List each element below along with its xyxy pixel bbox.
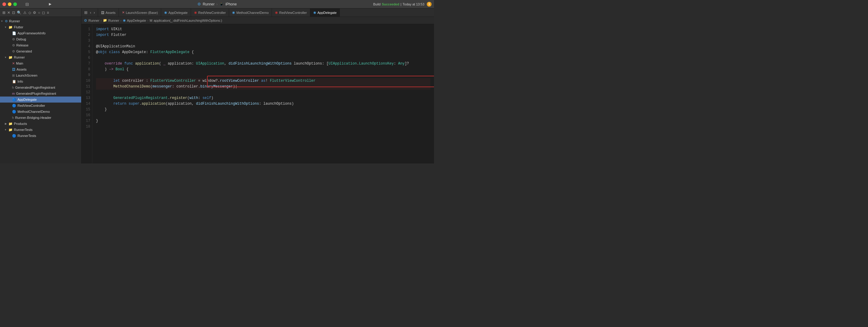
play-button[interactable]: ▶ [47,1,53,7]
code-line-18 [96,124,430,130]
breadcrumb-sep-3: › [147,19,149,22]
titlebar-center: ⚙ Runner › 📱 iPhone [197,2,237,6]
sidebar-item-info[interactable]: 📋 Info [0,78,81,85]
breadcrumb-sep-1: › [100,19,102,22]
tab-redviewcontroller-1[interactable]: ◉ RedViewController [191,8,229,17]
tab-appdelegate-2[interactable]: ◉ AppDelegate [310,8,340,17]
sidebar-icon-2[interactable]: ✕ [7,10,10,15]
code-line-9 [96,72,430,78]
grid-view-button[interactable]: ⊞ [83,10,88,15]
sidebar-item-main[interactable]: ✕ Main [0,60,81,66]
methodchannel-tab-icon: ◉ [232,10,235,14]
breadcrumb: ⚙ Runner › 📁 Runner › ◉ AppDelegate › M … [82,17,434,24]
appdelegate1-tab-icon: ◉ [164,10,167,14]
code-line-2: import Flutter [96,32,430,38]
redview2-tab-icon: ◉ [275,10,278,14]
code-line-7: override func application( _ application… [96,61,430,67]
sidebar-item-appdelegate[interactable]: 🔵 AppDelegate [0,97,81,103]
sidebar-item-runner-group[interactable]: ▾ 📁 Runner [0,54,81,60]
code-line-13: GeneratedPluginRegistrant.register(with:… [96,95,430,101]
code-line-4: @UIApplicationMain [96,44,430,50]
sidebar-item-generated[interactable]: ⚙ Generated [0,48,81,54]
code-line-11: MethodChannelDemo(messenger: controller.… [96,84,430,90]
sidebar-item-flutter[interactable]: ▾ 📁 Flutter [0,24,81,30]
sidebar-icon-10[interactable]: ≡ [47,10,49,15]
titlebar: ⊟ ▶ ⚙ Runner › 📱 iPhone Build Succeeded … [0,0,434,8]
minimize-button[interactable] [8,2,11,6]
sidebar-item-products[interactable]: ▶ 📁 Products [0,121,81,127]
titlebar-right: Build Succeeded | Today at 13:53 1 [373,2,432,7]
sidebar-item-runner-root[interactable]: ▾ ⚙ Runner [0,18,81,24]
code-line-12 [96,90,430,95]
sidebar-icon-7[interactable]: ⚙ [33,10,36,15]
sidebar-icon-4[interactable]: 🔍 [17,10,22,15]
tab-assets[interactable]: 🖼 Assets [98,8,119,17]
sidebar-item-generatedpluginregistrant-h[interactable]: h GeneratedPluginRegistrant [0,85,81,91]
editor-area: ⊞ ‹ › 🖼 Assets ✕ LaunchScreen (Base) ◉ A… [82,8,434,164]
file-tree: ▾ ⚙ Runner ▾ 📁 Flutter 📄 AppFrameworkInf… [0,17,81,164]
sidebar-item-assets[interactable]: 🖼 Assets [0,66,81,72]
sidebar-item-methodchanneldemo[interactable]: 🔵 MethodChannelDemo [0,108,81,115]
breadcrumb-method-name[interactable]: application(_:didFinishLaunchingWithOpti… [154,19,222,22]
sidebar-item-runnertests-group[interactable]: ▾ 📁 RunnerTests [0,127,81,133]
code-line-3 [96,38,430,44]
tab-bar: ⊞ ‹ › 🖼 Assets ✕ LaunchScreen (Base) ◉ A… [82,8,434,17]
app-name: Runner [203,2,215,6]
code-line-5: @objc class AppDelegate: FlutterAppDeleg… [96,50,430,55]
code-line-8: ) -> Bool { [96,67,430,72]
maximize-button[interactable] [13,2,17,6]
sidebar-icon-5[interactable]: ⚠ [23,10,27,15]
code-line-6 [96,55,430,61]
code-line-1: import UIKit [96,27,430,32]
breadcrumb-runner2[interactable]: Runner [108,19,119,22]
tab-navigation: ⊞ ‹ › [82,8,98,17]
main-layout: ⊞ ✕ ⊡ 🔍 ⚠ ◇ ⚙ ○ ◻ ≡ ▾ ⚙ Runner ▾ 📁 Flutt [0,8,434,164]
sidebar-toggle[interactable]: ⊟ [25,2,29,7]
tab-forward-button[interactable]: › [93,10,96,15]
code-editor[interactable]: 1 2 3 4 5 6 7 8 9 10 11 12 13 14 15 16 1… [82,24,434,164]
launchscreen-tab-icon: ✕ [122,10,125,14]
sidebar: ⊞ ✕ ⊡ 🔍 ⚠ ◇ ⚙ ○ ◻ ≡ ▾ ⚙ Runner ▾ 📁 Flutt [0,8,82,164]
tab-launchscreen[interactable]: ✕ LaunchScreen (Base) [119,8,161,17]
code-line-17: } [96,118,430,124]
sidebar-item-launchscreen[interactable]: ⊞ LaunchScreen [0,72,81,78]
sidebar-icon-6[interactable]: ◇ [28,10,31,15]
warning-badge[interactable]: 1 [427,2,432,7]
code-line-14: return super.application(application, di… [96,101,430,107]
code-line-16 [96,112,430,118]
device-name: iPhone [225,2,237,6]
breadcrumb-appdelegate[interactable]: AppDelegate [127,19,146,22]
sidebar-toolbar: ⊞ ✕ ⊡ 🔍 ⚠ ◇ ⚙ ○ ◻ ≡ [0,8,81,17]
code-content[interactable]: import UIKit import Flutter @UIApplicati… [92,24,434,164]
sidebar-icon-3[interactable]: ⊡ [12,10,15,15]
close-button[interactable] [2,2,6,6]
breadcrumb-sep-2: › [120,19,122,22]
line-numbers: 1 2 3 4 5 6 7 8 9 10 11 12 13 14 15 16 1… [82,24,92,164]
sidebar-item-redviewcontroller[interactable]: 🔵 RedViewController [0,103,81,108]
sidebar-item-appframeworkinfo[interactable]: 📄 AppFrameworkInfo [0,30,81,36]
breadcrumb-runner1[interactable]: Runner [88,19,99,22]
sidebar-icon-1[interactable]: ⊞ [2,10,5,15]
tab-back-button[interactable]: ‹ [89,10,92,15]
tab-appdelegate-1[interactable]: ◉ AppDelegate [161,8,191,17]
sidebar-icon-8[interactable]: ○ [38,10,40,15]
sidebar-item-generatedpluginregistrant-m[interactable]: m GeneratedPluginRegistrant [0,91,81,97]
assets-tab-icon: 🖼 [101,11,104,14]
traffic-lights [2,2,17,6]
sidebar-item-bridging-header[interactable]: h Runner-Bridging-Header [0,115,81,121]
sidebar-item-release[interactable]: ⚙ Release [0,42,81,48]
code-line-15: } [96,107,430,112]
sidebar-icon-9[interactable]: ◻ [42,10,45,15]
appdelegate2-tab-icon: ◉ [313,10,316,14]
tab-redviewcontroller-2[interactable]: ◉ RedViewController [272,8,310,17]
redview1-tab-icon: ◉ [194,10,197,14]
sidebar-item-debug[interactable]: ⚙ Debug [0,36,81,42]
code-line-10: let controller : FlutterViewController =… [96,78,430,84]
build-status: Build Succeeded | Today at 13:53 [373,2,424,6]
sidebar-item-runnertests-file[interactable]: 🔵 RunnerTests [0,133,81,139]
breadcrumb-method[interactable]: M [150,19,152,22]
tab-methodchannel[interactable]: ◉ MethodChannelDemo [229,8,272,17]
